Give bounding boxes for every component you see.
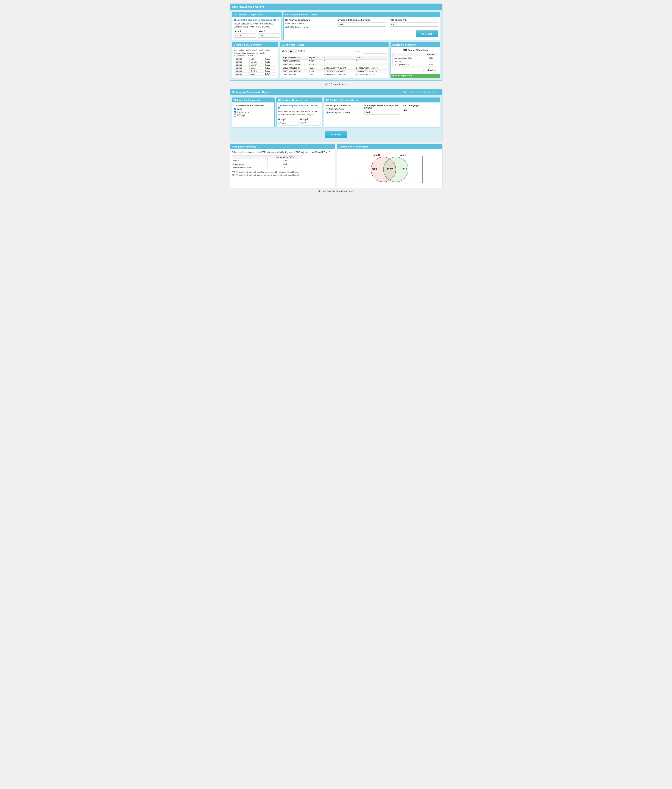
bcv-cell: 0.016 — [264, 61, 276, 64]
submit-button-a[interactable]: SUBMIT — [416, 30, 438, 37]
table-row: ENSG000001627723.321.52285742483695e-227… — [282, 73, 386, 77]
bcv-body: Esitmated biological coefficient Esitmat… — [232, 47, 278, 77]
de-summary-panel: DE Results Summary DHT-Control DE analys… — [391, 42, 440, 78]
comparison-row: edgeR & limma-voom3137 — [232, 166, 303, 169]
radio-nominal-label[interactable]: Nominal p-value — [286, 22, 334, 25]
bcv-cell: Tagwise — [234, 64, 249, 67]
bcv-cell: 1st Qu. — [249, 61, 264, 64]
show-select[interactable]: 20 50 100 — [288, 49, 297, 53]
bcv-cell: Tagwise — [234, 61, 249, 64]
radio-b-nominal-input[interactable] — [326, 108, 329, 110]
method-checkbox-group: limma-voom — [234, 111, 273, 113]
de-results-table: Tag/Gene Name ⇅ log2FC ⇅ p ▲ FDR ⇅ ENSG0… — [282, 56, 387, 77]
col-log2fc: log2FC ⇅ — [308, 56, 323, 59]
group1-input[interactable] — [278, 121, 298, 126]
filtering-criteria-b-body: DE Analysis is based on Nominal p-value — [324, 102, 440, 117]
log2fc-cell: 5.819 — [308, 59, 323, 63]
bcv-cell: 3rd Qu. — [249, 69, 264, 72]
p-cell: 0 — [323, 59, 355, 63]
download-button[interactable]: ⬇ Download — [423, 68, 438, 72]
radio-b-fdr-label[interactable]: FDR adjusted p-value — [326, 111, 362, 114]
bcv-row: Tagwise3rd Qu.0.099 — [234, 69, 276, 72]
bcv-row: TagwiseMax.2.434 — [234, 72, 276, 75]
comparison-desc: Below results are based on the FDR-adjus… — [232, 151, 333, 154]
bcv-desc: Esitmated tagwise dispersion can be summ… — [234, 52, 276, 56]
fc-b-input[interactable] — [403, 108, 438, 112]
instruction-b-text: Please select any 2 levels from the abov… — [278, 110, 321, 116]
group-levels-header: DE Analysis Group Levels — [232, 12, 281, 17]
bcv-row: TagwiseMedian0.033 — [234, 64, 276, 67]
bcv-cell: 0.033 — [264, 64, 276, 67]
show-label: Show — [282, 50, 287, 52]
bcv-cell: Tagwise — [234, 57, 249, 61]
summary-title: DHT-Control DE analysis — [393, 49, 438, 51]
radio-nominal-input[interactable] — [286, 22, 288, 25]
comparison-row: limma-voom3382 — [232, 162, 303, 166]
comparison-venn-panel: Comparison Venn-Diagram edgeR voom — [337, 144, 442, 188]
submit-button-b[interactable]: SUBMIT — [325, 131, 347, 138]
pvalue-b-input[interactable] — [364, 110, 400, 115]
pvalue-input[interactable] — [337, 22, 386, 27]
level1-input[interactable] — [234, 34, 256, 38]
panel-a-minimize-button[interactable]: − — [438, 5, 440, 8]
radio-b-fdr-input[interactable] — [326, 112, 329, 114]
bcv-cell: Max. — [249, 72, 264, 75]
fc-input[interactable] — [389, 22, 438, 27]
method-checkbox[interactable] — [234, 111, 236, 113]
p-cell: 2.43977679650353e-278 — [323, 66, 355, 70]
bcv-row: TagwiseMean0.103 — [234, 67, 276, 69]
summary-value-cell: 2015 — [424, 56, 438, 60]
pvalue-b-label: Nominal p-value or FDR adjusted p-value — [364, 104, 400, 109]
radio-fdr-input[interactable] — [286, 26, 288, 28]
instruction-text: Please select any 2 levels from the abov… — [234, 22, 280, 28]
comp-col-deg: No. identified DEGs — [268, 156, 303, 159]
filtering-criteria-header: DE Analysis Filtering Criteria — [284, 12, 440, 17]
fdr-cell: 3.86441455391823e-231 — [355, 70, 386, 73]
gene-cell: ENSG00000127954 — [282, 70, 308, 73]
methods-body: DE analysis method selection edgeRlimma-… — [232, 102, 275, 119]
level2-input[interactable] — [258, 34, 280, 38]
group-levels-panel-b: DE Analysis Group Levels The available g… — [276, 97, 322, 128]
summary-table: Number down-regulated DEG2015Non DEG1357… — [393, 53, 438, 67]
voom-label: voom — [400, 154, 406, 157]
comparison-bottom-row: Comparison Summary Below results are bas… — [230, 144, 442, 188]
filtering-criteria-panel: DE Analysis Filtering Criteria DE Analys… — [283, 12, 440, 40]
fdr-cell: 0 — [355, 59, 386, 63]
level1-label: Level 1 — [234, 30, 256, 33]
group2-input[interactable] — [300, 121, 321, 126]
comparison-summary-header: Comparison Summary — [230, 144, 335, 149]
fc-b-label: Fold Change (FC) — [403, 104, 438, 107]
method-checkbox[interactable] — [234, 114, 236, 117]
comparison-row: edgeR4056 — [232, 159, 303, 162]
summary-col-number: Number — [424, 53, 438, 56]
fdr-cell: 5.37050899443e-224 — [355, 73, 386, 77]
bcv-cell: Median — [249, 64, 264, 67]
de-results-body: Show 20 50 100 entries Search: — [280, 47, 389, 78]
panel-b-minimize-button[interactable]: − — [438, 91, 440, 94]
gene-cell: ENSG00000096060 — [282, 63, 308, 66]
bcv-cell: 0.103 — [264, 67, 276, 69]
search-label: Search: — [355, 50, 362, 53]
filtering-criteria-b-panel: DE Analysis Filtering Criteria DE Analys… — [324, 97, 440, 128]
log2fc-cell: 3.32 — [308, 73, 323, 77]
panel-a-title: edgeR DE Analysis Options — [232, 5, 265, 8]
search-input[interactable] — [364, 50, 387, 54]
summary-row: down-regulated DEG2015 — [393, 56, 438, 60]
summary-label-cell: down-regulated DEG — [393, 56, 424, 60]
download-icon: ⬇ — [425, 69, 427, 71]
comp-label-cell: edgeR — [232, 159, 268, 162]
based-on-b-label: DE Analysis is based on — [326, 104, 362, 107]
radio-b-nominal-label[interactable]: Nominal p-value — [326, 108, 362, 110]
table-row: ENSG000001664514.6872.43977679650353e-27… — [282, 66, 386, 70]
entries-label: entries — [298, 50, 305, 52]
radio-fdr-label[interactable]: FDR adjusted p-value — [286, 26, 334, 28]
bcv-cell: Mean — [249, 67, 264, 69]
method-checkbox[interactable] — [234, 108, 236, 110]
col-p: p ▲ — [323, 56, 355, 59]
filtering-criteria-body: DE Analysis is based on Nominal p-value — [284, 17, 440, 40]
bcv-cell: Tagwise — [234, 67, 249, 69]
comp-value-cell: 4056 — [268, 159, 303, 162]
filtering-criteria-b-header: DE Analysis Filtering Criteria — [324, 97, 440, 102]
radio-b-nominal-text: Nominal p-value — [329, 108, 345, 110]
panel-a: edgeR DE Analysis Options − DE Analysis … — [230, 3, 442, 81]
